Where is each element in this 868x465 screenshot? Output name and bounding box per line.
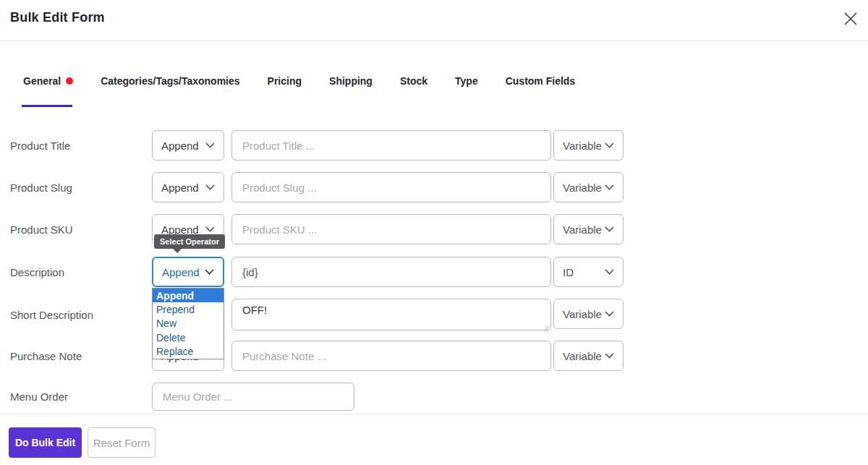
do-bulk-edit-button[interactable]: Do Bulk Edit: [9, 427, 82, 458]
variable-select[interactable]: Variable: [553, 214, 624, 244]
tab-type[interactable]: Type: [455, 75, 478, 87]
chevron-down-icon: [205, 269, 214, 275]
field-label: Product Title: [10, 130, 70, 161]
chevron-down-icon: [205, 226, 215, 232]
tab-shipping[interactable]: Shipping: [329, 75, 373, 87]
value-input[interactable]: [231, 341, 551, 371]
tab-stock[interactable]: Stock: [400, 75, 427, 87]
value-textarea[interactable]: OFF!: [231, 299, 551, 330]
value-input[interactable]: [231, 257, 551, 287]
variable-select[interactable]: Variable: [553, 299, 624, 329]
field-label: Description: [10, 257, 64, 287]
row-product-title: Product Title Append Variable: [0, 130, 868, 161]
menu-order-input[interactable]: [152, 383, 354, 411]
row-menu-order: Menu Order: [0, 383, 868, 411]
value-input[interactable]: [231, 214, 551, 244]
tab-pricing[interactable]: Pricing: [268, 75, 302, 87]
variable-select[interactable]: Variable: [553, 341, 624, 371]
footer-divider: [0, 414, 868, 414]
chevron-down-icon: [605, 353, 614, 359]
notification-dot: [66, 77, 73, 85]
row-short-description: Short Description Append OFF! Variable: [0, 299, 868, 330]
field-label: Product Slug: [10, 172, 72, 202]
option-replace[interactable]: Replace: [153, 345, 224, 359]
chevron-down-icon: [205, 184, 215, 190]
operator-select[interactable]: Append: [152, 172, 224, 202]
modal-title: Bulk Edit Form: [10, 10, 105, 25]
value-input[interactable]: [231, 130, 551, 161]
bulk-edit-modal: Bulk Edit Form General Categories/Tags/T…: [0, 0, 868, 465]
chevron-down-icon: [605, 226, 614, 232]
value-input[interactable]: [231, 172, 551, 202]
resize-handle-icon[interactable]: [542, 322, 550, 335]
option-new[interactable]: New: [153, 317, 224, 330]
field-label: Short Description: [10, 299, 93, 330]
chevron-down-icon: [605, 184, 614, 190]
operator-options-list: Append Prepend New Delete Replace: [152, 288, 224, 359]
row-product-sku: Product SKU Append Variable: [0, 214, 868, 244]
variable-select[interactable]: Variable: [553, 130, 624, 161]
variable-select[interactable]: Variable: [553, 172, 624, 202]
option-prepend[interactable]: Prepend: [153, 302, 224, 316]
row-product-slug: Product Slug Append Variable: [0, 172, 868, 202]
option-append[interactable]: Append: [153, 289, 224, 302]
chevron-down-icon: [605, 142, 614, 148]
variable-select[interactable]: ID: [553, 257, 624, 287]
operator-select[interactable]: Append: [152, 257, 224, 287]
close-icon[interactable]: [839, 7, 862, 30]
chevron-down-icon: [605, 311, 614, 317]
row-purchase-note: Purchase Note Append Variable: [0, 341, 868, 371]
operator-select[interactable]: Append: [152, 130, 224, 161]
row-description: Description Append ID: [0, 257, 868, 287]
option-delete[interactable]: Delete: [153, 330, 224, 344]
field-label: Menu Order: [10, 383, 68, 411]
active-tab-underline: [22, 105, 72, 107]
tab-categories-tags-taxonomies[interactable]: Categories/Tags/Taxonomies: [101, 75, 239, 87]
field-label: Product SKU: [10, 214, 73, 244]
reset-form-button[interactable]: Reset Form: [88, 427, 156, 458]
header-divider: [0, 40, 868, 41]
tab-custom-fields[interactable]: Custom Fields: [506, 75, 575, 87]
tooltip-select-operator: Select Operator: [154, 234, 225, 249]
field-label: Purchase Note: [10, 341, 82, 371]
chevron-down-icon: [205, 142, 215, 148]
chevron-down-icon: [605, 269, 614, 275]
tab-general[interactable]: General: [23, 75, 73, 87]
tab-bar: General Categories/Tags/Taxonomies Prici…: [23, 75, 575, 87]
